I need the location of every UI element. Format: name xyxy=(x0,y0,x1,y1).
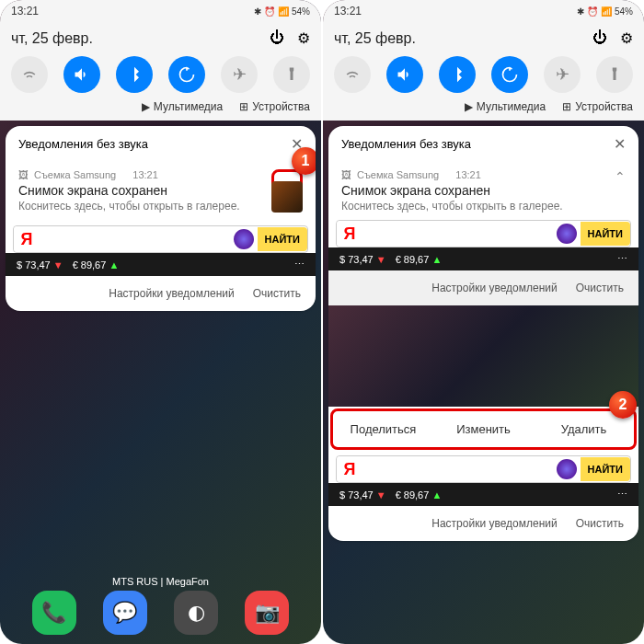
find-button[interactable]: НАЙТИ xyxy=(258,227,307,251)
notification-item[interactable]: 🖼Съемка Samsung 13:21 Снимок экрана сохр… xyxy=(328,162,638,220)
media-button[interactable]: ▶ Мультимедиа xyxy=(142,100,223,113)
yandex-logo-icon: Я xyxy=(337,456,362,482)
more-icon[interactable]: ⋯ xyxy=(294,259,305,270)
qs-date: чт, 25 февр. xyxy=(11,30,93,47)
collapse-chevron-icon[interactable]: ⌃ xyxy=(615,169,626,184)
bluetooth-toggle[interactable] xyxy=(439,56,476,93)
alice-icon[interactable] xyxy=(234,229,254,249)
settings-icon[interactable]: ⚙ xyxy=(620,29,633,47)
share-button[interactable]: Поделиться xyxy=(333,411,433,447)
rotate-toggle[interactable] xyxy=(491,56,528,93)
devices-button[interactable]: ⊞ Устройства xyxy=(562,100,633,113)
media-button[interactable]: ▶ Мультимедиа xyxy=(465,100,546,113)
messages-app-icon[interactable]: 💬 xyxy=(103,591,147,635)
camera-app-icon[interactable]: 📷 xyxy=(245,591,289,635)
notif-settings-button[interactable]: Настройки уведомлений xyxy=(109,287,234,300)
notif-settings-button[interactable]: Настройки уведомлений xyxy=(431,517,557,530)
step-badge-2: 2 xyxy=(609,391,637,419)
sound-toggle[interactable] xyxy=(63,56,100,93)
notification-item[interactable]: 🖼Съемка Samsung 13:21 Снимок экрана сохр… xyxy=(6,162,316,220)
dock: 📞 💬 ◐ 📷 xyxy=(0,591,321,635)
silent-header: Уведомления без звука xyxy=(341,137,471,151)
sound-toggle[interactable] xyxy=(386,56,423,93)
phone-app-icon[interactable]: 📞 xyxy=(32,591,76,635)
wifi-toggle[interactable] xyxy=(11,56,48,93)
yandex-search[interactable]: Я НАЙТИ xyxy=(336,455,631,483)
step-badge-1: 1 xyxy=(292,147,316,175)
phone-left: 13:21 ✱ ⏰ 📶54% чт, 25 февр. ⏻ ⚙ ✈ ▶ Муль… xyxy=(0,0,321,644)
quick-settings: чт, 25 февр. ⏻ ⚙ ✈ ▶ Мультимедиа ⊞ Устро… xyxy=(323,22,644,121)
app-icon: 🖼 xyxy=(18,169,29,180)
browser-app-icon[interactable]: ◐ xyxy=(174,591,218,635)
power-icon[interactable]: ⏻ xyxy=(270,29,284,47)
alice-icon[interactable] xyxy=(557,459,577,479)
flashlight-toggle[interactable] xyxy=(273,56,310,93)
notification-actions: Поделиться Изменить Удалить xyxy=(330,408,637,450)
notification-card-expanded: Уведомления без звука ✕ 🖼Съемка Samsung … xyxy=(328,126,638,541)
qs-date: чт, 25 февр. xyxy=(334,30,416,47)
notif-title: Снимок экрана сохранен xyxy=(18,183,303,198)
close-icon[interactable]: ✕ xyxy=(614,135,626,153)
screenshot-preview[interactable] xyxy=(328,305,638,407)
status-time: 13:21 xyxy=(11,5,39,17)
notif-settings-button[interactable]: Настройки уведомлений xyxy=(431,282,557,294)
search-input[interactable] xyxy=(362,456,553,482)
more-icon[interactable]: ⋯ xyxy=(617,489,627,500)
screenshot-thumbnail[interactable] xyxy=(271,181,303,213)
wifi-toggle[interactable] xyxy=(334,56,371,93)
currency-rates[interactable]: $ 73,47 ▼ € 89,67 ▲ ⋯ xyxy=(328,483,638,506)
clear-button[interactable]: Очистить xyxy=(253,287,301,300)
notif-body: Коснитесь здесь, чтобы открыть в галерее… xyxy=(18,200,303,213)
silent-header: Уведомления без звука xyxy=(18,137,148,151)
carrier-label: MTS RUS | MegaFon xyxy=(0,576,321,587)
status-icons: ✱ ⏰ 📶54% xyxy=(577,6,633,17)
rotate-toggle[interactable] xyxy=(168,56,205,93)
quick-settings: чт, 25 февр. ⏻ ⚙ ✈ ▶ Мультимедиа ⊞ Устро… xyxy=(0,22,321,121)
status-bar: 13:21 ✱ ⏰ 📶54% xyxy=(0,0,321,22)
edit-button[interactable]: Изменить xyxy=(433,411,534,447)
notif-title: Снимок экрана сохранен xyxy=(341,183,626,198)
yandex-logo-icon: Я xyxy=(14,226,40,252)
notif-body: Коснитесь здесь, чтобы открыть в галерее… xyxy=(341,200,626,213)
notification-card: Уведомления без звука ✕ 🖼Съемка Samsung … xyxy=(6,126,316,311)
find-button[interactable]: НАЙТИ xyxy=(581,457,630,481)
status-bar: 13:21 ✱ ⏰ 📶54% xyxy=(323,0,644,22)
yandex-search[interactable]: Я НАЙТИ xyxy=(13,225,308,253)
app-icon: 🖼 xyxy=(341,169,351,180)
power-icon[interactable]: ⏻ xyxy=(592,29,607,47)
clear-button[interactable]: Очистить xyxy=(576,282,624,294)
devices-button[interactable]: ⊞ Устройства xyxy=(239,100,310,113)
status-time: 13:21 xyxy=(334,5,362,17)
settings-icon[interactable]: ⚙ xyxy=(297,29,310,47)
status-icons: ✱ ⏰ 📶54% xyxy=(254,6,310,17)
bluetooth-toggle[interactable] xyxy=(116,56,153,93)
yandex-search-preview: Я НАЙТИ xyxy=(336,220,631,247)
airplane-toggle[interactable]: ✈ xyxy=(221,56,258,93)
currency-preview: $ 73,47 ▼ € 89,67 ▲ ⋯ xyxy=(328,247,638,270)
currency-rates[interactable]: $ 73,47 ▼ € 89,67 ▲ ⋯ xyxy=(6,253,316,276)
search-input[interactable] xyxy=(40,226,230,252)
flashlight-toggle[interactable] xyxy=(596,56,633,93)
airplane-toggle[interactable]: ✈ xyxy=(544,56,581,93)
phone-right: 13:21 ✱ ⏰ 📶54% чт, 25 февр. ⏻ ⚙ ✈ ▶ Муль… xyxy=(323,0,644,644)
clear-button[interactable]: Очистить xyxy=(576,517,624,530)
